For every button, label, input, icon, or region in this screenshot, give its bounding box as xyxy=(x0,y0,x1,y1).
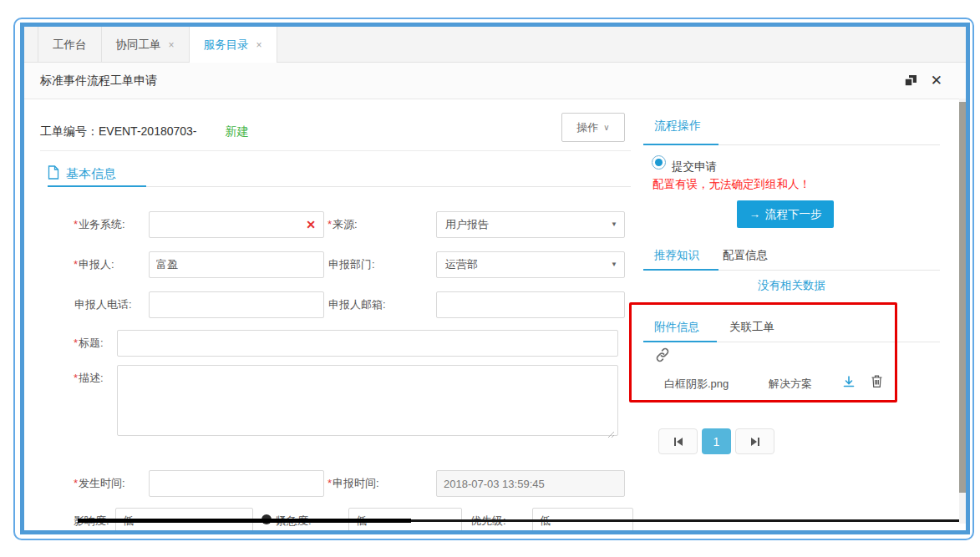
status-badge: 新建 xyxy=(226,124,249,138)
tab-close-icon[interactable]: × xyxy=(256,40,262,50)
source-select-value: 用户报告 xyxy=(445,218,489,230)
section-title: 基本信息 xyxy=(66,166,116,182)
attachment-tab-underline-track xyxy=(717,342,940,342)
tab-label: 工作台 xyxy=(53,27,87,63)
knowledge-tab-underline xyxy=(643,269,718,271)
field-label-email: 申报人邮箱: xyxy=(328,291,386,318)
required-star: * xyxy=(74,372,78,384)
action-label: 操作 xyxy=(576,120,598,135)
required-star: * xyxy=(74,337,78,349)
no-data-text: 没有相关数据 xyxy=(643,278,940,293)
window-content: 工作台 协同工单 × 服务目录 × 标准事件流程工单申请 ✕ 工单编号：EVEN… xyxy=(24,27,966,530)
process-next-label: 流程下一步 xyxy=(765,207,822,222)
reporter-input[interactable] xyxy=(149,251,324,278)
trash-icon[interactable] xyxy=(871,374,883,392)
field-label-reporter: *申报人: xyxy=(74,251,114,278)
tab-recommended-knowledge[interactable]: 推荐知识 xyxy=(654,248,699,263)
submit-radio[interactable] xyxy=(652,155,666,170)
tab-related-orders[interactable]: 关联工单 xyxy=(729,320,774,335)
required-star: * xyxy=(328,477,332,489)
section-basic-info: 基本信息 xyxy=(48,165,116,182)
tab-collab-order[interactable]: 协同工单 × xyxy=(102,27,190,63)
panel-header-underline xyxy=(643,144,718,145)
occur-time-input[interactable] xyxy=(149,470,324,497)
report-time-input xyxy=(436,470,625,497)
field-label-biz-system: *业务系统: xyxy=(74,211,125,238)
order-number-label: 工单编号： xyxy=(40,124,99,138)
field-label-title: *标题: xyxy=(74,330,104,357)
process-next-button[interactable]: → 流程下一步 xyxy=(737,200,834,228)
divider xyxy=(40,150,631,151)
order-number-value: EVENT-20180703- xyxy=(99,124,197,138)
dropdown-caret-icon: ▼ xyxy=(611,252,617,277)
description-textarea[interactable] xyxy=(117,365,618,436)
first-page-button[interactable] xyxy=(658,428,698,454)
tab-config-info[interactable]: 配置信息 xyxy=(723,248,768,263)
page-number-current[interactable]: 1 xyxy=(702,428,731,454)
email-input[interactable] xyxy=(436,291,625,318)
phone-input[interactable] xyxy=(149,291,324,318)
attachment-filename: 白框阴影.png xyxy=(664,377,729,392)
dropdown-caret-icon: ▼ xyxy=(611,212,617,237)
source-select[interactable]: 用户报告 ▼ xyxy=(436,211,625,238)
required-star: * xyxy=(74,477,78,489)
tab-service-catalog[interactable]: 服务目录 × xyxy=(190,27,277,63)
submit-radio-label[interactable]: 提交申请 xyxy=(672,160,717,175)
close-icon[interactable]: ✕ xyxy=(931,73,942,88)
clear-icon[interactable]: ✕ xyxy=(301,211,321,238)
attachment-category: 解决方案 xyxy=(769,377,812,392)
radio-dot xyxy=(655,159,663,166)
config-error-text: 配置有误，无法确定到组和人！ xyxy=(652,177,810,192)
vertical-scrollbar-thumb[interactable] xyxy=(959,102,966,493)
section-underline xyxy=(48,185,146,187)
section-underline-track xyxy=(146,186,631,187)
title-input[interactable] xyxy=(117,330,618,357)
last-page-icon xyxy=(749,437,761,447)
knowledge-tab-underline-track xyxy=(718,270,940,271)
document-icon xyxy=(48,165,59,182)
restore-icon[interactable] xyxy=(905,75,917,87)
title-bar: 标准事件流程工单申请 ✕ xyxy=(24,63,966,99)
window-controls: ✕ xyxy=(905,63,942,99)
panel-header-process: 流程操作 xyxy=(654,119,701,134)
field-label-source: *来源: xyxy=(328,211,358,238)
download-icon[interactable] xyxy=(842,375,856,392)
field-label-description: *描述: xyxy=(74,365,104,392)
arrow-right-icon: → xyxy=(749,208,761,220)
required-star: * xyxy=(328,218,332,230)
field-label-phone: 申报人电话: xyxy=(74,291,132,318)
chevron-down-icon: ∨ xyxy=(603,123,609,132)
order-number-row: 工单编号：EVENT-20180703-新建 xyxy=(40,124,249,139)
attachment-tab-underline xyxy=(643,341,717,342)
last-page-button[interactable] xyxy=(735,428,774,454)
field-label-occur-time: *发生时间: xyxy=(74,470,125,497)
tab-label: 协同工单 xyxy=(116,27,161,63)
tab-label: 服务目录 xyxy=(204,27,249,63)
link-icon[interactable] xyxy=(654,347,671,367)
tab-close-icon[interactable]: × xyxy=(169,40,175,50)
tab-attachment-info[interactable]: 附件信息 xyxy=(654,320,699,335)
tab-workbench[interactable]: 工作台 xyxy=(38,27,102,63)
app-window: 工作台 协同工单 × 服务目录 × 标准事件流程工单申请 ✕ 工单编号：EVEN… xyxy=(20,23,970,534)
first-page-icon xyxy=(673,437,684,447)
action-dropdown-button[interactable]: 操作 ∨ xyxy=(561,113,625,142)
field-label-report-time: *申报时间: xyxy=(328,470,379,497)
department-select[interactable]: 运营部 ▼ xyxy=(436,251,625,278)
required-star: * xyxy=(74,258,78,271)
department-select-value: 运营部 xyxy=(445,258,478,271)
page-title: 标准事件流程工单申请 xyxy=(40,63,157,99)
field-label-department: 申报部门: xyxy=(328,251,375,278)
horizontal-scrollbar-thumb[interactable] xyxy=(78,519,411,523)
required-star: * xyxy=(74,218,78,230)
biz-system-input[interactable] xyxy=(149,211,324,238)
panel-header-underline-track xyxy=(718,144,940,145)
tab-bar: 工作台 协同工单 × 服务目录 × xyxy=(24,27,966,63)
